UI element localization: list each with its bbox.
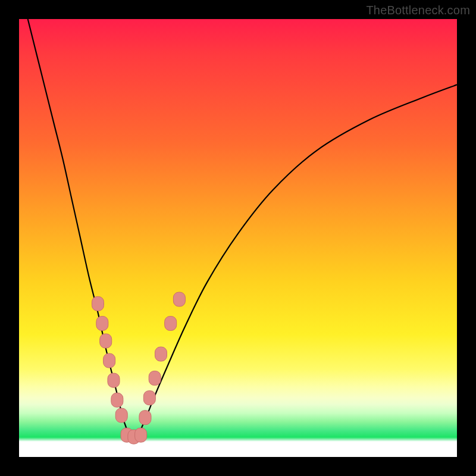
marker-point	[115, 408, 127, 422]
marker-point	[149, 371, 161, 386]
marker-point	[139, 411, 151, 425]
marker-layer	[92, 292, 185, 444]
marker-point	[96, 317, 108, 331]
curve-right-branch	[137, 84, 457, 437]
plot-area	[19, 19, 457, 457]
watermark-text: TheBottleneck.com	[366, 4, 470, 17]
marker-point	[104, 353, 115, 368]
marker-point	[92, 296, 104, 311]
marker-point	[108, 373, 120, 387]
chart-svg	[19, 19, 457, 457]
marker-point	[111, 393, 123, 407]
outer-frame: TheBottleneck.com	[0, 0, 476, 476]
marker-point	[155, 347, 167, 361]
marker-point	[165, 317, 177, 331]
marker-point	[143, 391, 155, 405]
marker-point	[100, 334, 112, 348]
curve-layer	[28, 19, 457, 437]
marker-point	[135, 428, 147, 442]
marker-point	[173, 292, 185, 306]
